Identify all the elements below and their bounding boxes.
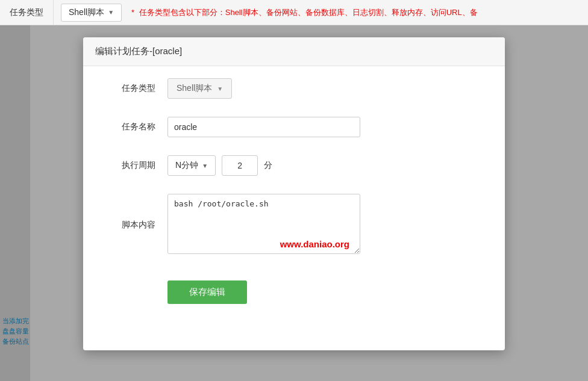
notice-text: 任务类型包含以下部分：Shell脚本、备份网站、备份数据库、日志切割、释放内存、…	[139, 8, 478, 17]
period-dropdown[interactable]: N分钟 ▼	[167, 155, 216, 176]
script-wrapper: bash /root/oracle.sh www.daniao.org	[167, 194, 360, 256]
task-name-control	[167, 117, 481, 137]
required-star: *	[131, 8, 134, 17]
chevron-down-icon: ▼	[217, 85, 223, 92]
modal-header: 编辑计划任务-[oracle]	[83, 37, 505, 66]
script-row: 脚本内容 bash /root/oracle.sh www.daniao.org	[107, 194, 481, 256]
period-label: 执行周期	[107, 160, 155, 171]
modal-body: 任务类型 Shell脚本 ▼ 任务名称 执行周期	[83, 66, 505, 316]
top-bar-dropdown-label: Shell脚本	[69, 7, 104, 18]
chevron-down-icon: ▼	[202, 163, 208, 169]
period-number-input[interactable]	[222, 155, 258, 176]
period-control: N分钟 ▼ 分	[167, 155, 481, 176]
modal-overlay: 编辑计划任务-[oracle] 任务类型 Shell脚本 ▼ 任务名称	[0, 25, 588, 381]
task-type-label: 任务类型	[107, 83, 155, 94]
period-row: 执行周期 N分钟 ▼ 分	[107, 155, 481, 176]
task-type-value: Shell脚本	[177, 83, 212, 94]
task-name-row: 任务名称	[107, 117, 481, 137]
modal-dialog: 编辑计划任务-[oracle] 任务类型 Shell脚本 ▼ 任务名称	[83, 37, 505, 350]
task-name-label: 任务名称	[107, 122, 155, 132]
top-bar-task-type-label: 任务类型	[0, 0, 54, 25]
task-name-input[interactable]	[167, 117, 360, 137]
period-dropdown-label: N分钟	[175, 160, 198, 171]
script-textarea[interactable]: bash /root/oracle.sh	[167, 194, 360, 254]
task-type-control: Shell脚本 ▼	[167, 78, 481, 99]
modal-title: 编辑计划任务-[oracle]	[95, 46, 182, 56]
save-button[interactable]: 保存编辑	[167, 280, 247, 304]
top-bar-dropdown[interactable]: Shell脚本 ▼	[61, 4, 122, 22]
save-button-label: 保存编辑	[189, 287, 225, 297]
task-type-select[interactable]: Shell脚本 ▼	[167, 78, 232, 99]
top-bar: 任务类型 Shell脚本 ▼ * 任务类型包含以下部分：Shell脚本、备份网站…	[0, 0, 588, 25]
script-label: 脚本内容	[107, 220, 155, 231]
chevron-down-icon: ▼	[108, 9, 114, 16]
task-type-text: 任务类型	[10, 7, 43, 18]
top-bar-notice: * 任务类型包含以下部分：Shell脚本、备份网站、备份数据库、日志切割、释放内…	[129, 7, 588, 18]
script-control: bash /root/oracle.sh www.daniao.org	[167, 194, 481, 256]
task-type-row: 任务类型 Shell脚本 ▼	[107, 78, 481, 99]
period-unit: 分	[264, 160, 272, 171]
